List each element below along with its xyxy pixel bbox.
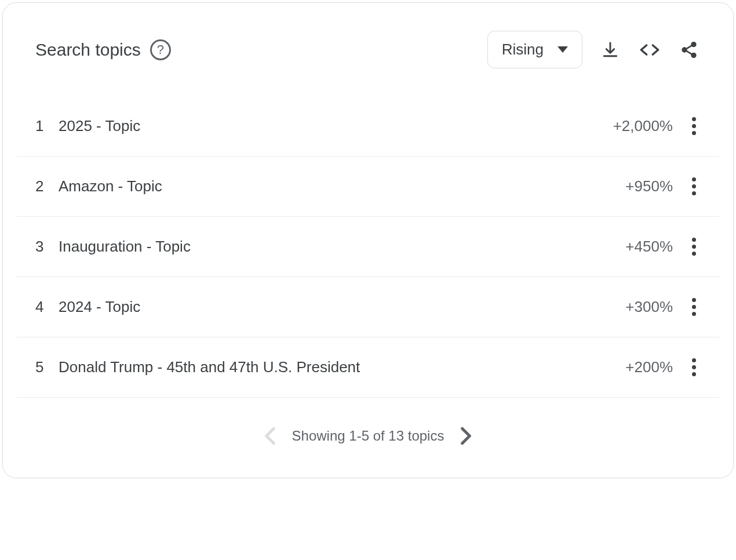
search-topics-card: Search topics ? Rising — [2, 2, 734, 478]
topics-list: 1 2025 - Topic +2,000% 2 Amazon - Topic … — [3, 96, 733, 398]
list-item-rank: 1 — [35, 117, 56, 135]
sort-select[interactable]: Rising — [487, 31, 582, 68]
download-icon[interactable] — [599, 38, 622, 61]
more-icon[interactable] — [687, 298, 701, 316]
list-item-value: +450% — [625, 238, 673, 256]
prev-page-button[interactable] — [264, 427, 276, 445]
list-item-label: Amazon - Topic — [56, 177, 625, 195]
more-icon[interactable] — [687, 117, 701, 135]
next-page-button[interactable] — [460, 427, 472, 445]
list-item-label: Donald Trump - 45th and 47th U.S. Presid… — [56, 358, 625, 376]
list-item-value: +300% — [625, 298, 673, 316]
list-item-label: 2024 - Topic — [56, 298, 625, 316]
header-left: Search topics ? — [35, 39, 171, 60]
svg-point-0 — [692, 42, 696, 46]
share-icon[interactable] — [677, 38, 701, 61]
caret-down-icon — [558, 46, 568, 53]
card-title: Search topics — [35, 40, 141, 60]
svg-line-3 — [686, 45, 692, 49]
card-header: Search topics ? Rising — [3, 3, 733, 68]
list-item-value: +200% — [625, 358, 673, 376]
list-item-rank: 5 — [35, 358, 56, 376]
list-item-label: Inauguration - Topic — [56, 238, 625, 256]
list-item[interactable]: 2 Amazon - Topic +950% — [17, 157, 719, 217]
list-item[interactable]: 1 2025 - Topic +2,000% — [17, 96, 719, 157]
list-item-rank: 4 — [35, 298, 56, 316]
svg-line-4 — [686, 50, 692, 54]
more-icon[interactable] — [687, 238, 701, 256]
more-icon[interactable] — [687, 358, 701, 376]
list-item-rank: 3 — [35, 238, 56, 256]
sort-select-label: Rising — [502, 41, 544, 59]
embed-icon[interactable] — [638, 38, 661, 61]
list-item[interactable]: 3 Inauguration - Topic +450% — [17, 217, 719, 277]
header-actions: Rising — [487, 31, 701, 68]
list-item-rank: 2 — [35, 177, 56, 195]
help-icon[interactable]: ? — [150, 39, 171, 60]
list-item-value: +2,000% — [613, 117, 673, 135]
more-icon[interactable] — [687, 177, 701, 195]
list-item-label: 2025 - Topic — [56, 117, 613, 135]
svg-point-2 — [692, 53, 696, 57]
pagination: Showing 1-5 of 13 topics — [3, 398, 733, 478]
list-item-value: +950% — [625, 177, 673, 195]
pagination-text: Showing 1-5 of 13 topics — [292, 428, 444, 444]
svg-point-1 — [683, 48, 687, 52]
list-item[interactable]: 5 Donald Trump - 45th and 47th U.S. Pres… — [17, 337, 719, 398]
list-item[interactable]: 4 2024 - Topic +300% — [17, 277, 719, 337]
